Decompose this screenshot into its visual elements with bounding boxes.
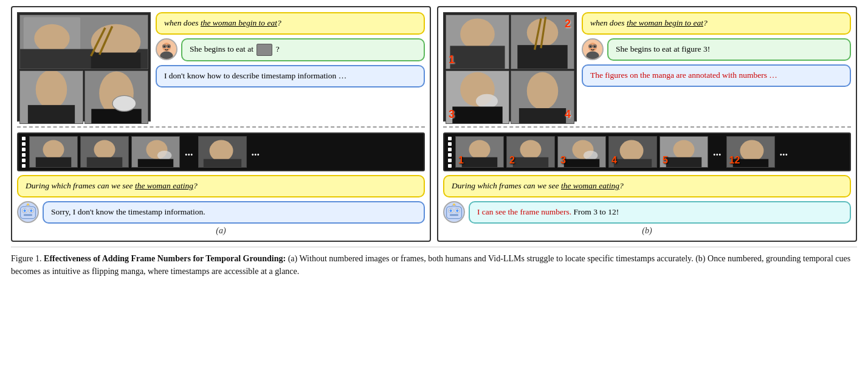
film-dot xyxy=(22,142,26,146)
frames-question-b: During which frames can we see the woman… xyxy=(443,175,851,197)
svg-point-68 xyxy=(469,140,490,159)
film-dot xyxy=(448,148,452,151)
robot-avatar-a xyxy=(17,201,39,223)
svg-point-24 xyxy=(43,140,64,159)
frame-thumb-a2 xyxy=(80,136,129,168)
frame-num-b5: 5 xyxy=(663,155,668,166)
frame-thumb-a4 xyxy=(198,136,247,168)
manga-strip-a xyxy=(17,12,151,122)
svg-point-9 xyxy=(36,71,67,109)
answer-bubble-a-green: She begins to eat at ? xyxy=(181,38,425,61)
human-avatar-a xyxy=(156,38,177,60)
manga-cell-a2 xyxy=(19,70,83,124)
question-bubble-a: when does the woman begin to eat? xyxy=(156,12,425,35)
frame-thumb-b12: 12 xyxy=(726,136,775,168)
avatar-row-b-green: She begins to eat at figure 3! xyxy=(582,38,851,61)
svg-rect-79 xyxy=(614,159,652,167)
svg-point-34 xyxy=(209,140,233,162)
label-a: (a) xyxy=(17,226,425,236)
svg-rect-76 xyxy=(564,159,600,167)
film-dot xyxy=(22,153,26,157)
caption-bold: Effectiveness of Adding Frame Numbers fo… xyxy=(44,254,286,263)
film-dot xyxy=(22,164,26,168)
svg-rect-10 xyxy=(28,105,75,123)
human-avatar-b xyxy=(582,38,604,60)
svg-rect-25 xyxy=(36,157,72,167)
panel-a-top: when does the woman begin to eat? xyxy=(17,12,425,122)
robot-avatar-b xyxy=(443,201,465,223)
svg-rect-69 xyxy=(462,157,498,167)
frame-thumb-b1: 1 xyxy=(455,136,504,168)
frame-thumb-b3: 3 xyxy=(557,136,606,168)
svg-rect-55 xyxy=(452,106,502,123)
svg-rect-36 xyxy=(21,207,36,219)
svg-point-45 xyxy=(460,18,495,50)
frame-thumb-a3 xyxy=(131,136,180,168)
svg-rect-91 xyxy=(450,214,458,216)
svg-point-43 xyxy=(27,204,29,206)
svg-point-78 xyxy=(620,140,644,162)
dots-2-b: ... xyxy=(777,146,791,159)
frame-num-b3: 3 xyxy=(560,155,566,166)
svg-rect-32 xyxy=(138,159,174,167)
svg-rect-35 xyxy=(203,159,241,167)
answer-bubble-b-red: The figures on the manga are annotated w… xyxy=(582,64,851,87)
frame-thumb-b2: 2 xyxy=(506,136,555,168)
manga-cell-a1 xyxy=(19,15,148,69)
film-dot xyxy=(448,159,452,162)
label-b: (b) xyxy=(443,226,851,236)
caption-label: Figure 1. xyxy=(11,254,42,263)
svg-point-54 xyxy=(476,94,498,108)
film-dot xyxy=(22,137,26,140)
panel-a-bottom: ... ... During which frames can we see t… xyxy=(17,126,425,224)
frame-num-b4: 4 xyxy=(611,155,617,166)
svg-point-57 xyxy=(527,72,559,110)
svg-rect-5 xyxy=(91,53,141,69)
panel-b-bottom: 1 2 xyxy=(443,126,851,224)
manga-cell-b4: 4 xyxy=(511,70,574,124)
figure-caption: Figure 1. Effectiveness of Adding Frame … xyxy=(11,247,857,278)
frame-num-b12: 12 xyxy=(729,155,740,166)
manga-cell-a3 xyxy=(84,70,148,124)
svg-rect-46 xyxy=(450,46,505,69)
main-figure: when does the woman begin to eat? xyxy=(11,6,857,242)
dots-1-a: ... xyxy=(182,146,196,159)
svg-point-39 xyxy=(23,209,26,211)
chat-area-b: when does the woman begin to eat? xyxy=(582,12,851,122)
avatar-row-a-green: She begins to eat at ? xyxy=(156,38,425,61)
svg-point-31 xyxy=(157,151,171,160)
frames-strip-b: 1 2 xyxy=(443,132,851,171)
red-text-b: The figures on the manga are annotated w… xyxy=(590,70,777,80)
svg-point-89 xyxy=(449,209,452,211)
film-dot xyxy=(448,164,452,168)
film-dot xyxy=(22,148,26,151)
svg-point-93 xyxy=(453,204,455,206)
svg-rect-49 xyxy=(517,45,567,69)
svg-rect-82 xyxy=(666,157,702,167)
panel-b: 1 2 xyxy=(437,6,857,242)
manga-cell-b2: 2 xyxy=(511,15,574,69)
frame-thumb-b5: 5 xyxy=(660,136,708,168)
svg-rect-58 xyxy=(519,108,566,123)
film-strip-b xyxy=(448,137,452,168)
svg-point-71 xyxy=(520,140,541,159)
film-strip-a xyxy=(22,137,26,168)
answer-bubble-a-blue: I don't know how to describe timestamp i… xyxy=(156,65,425,87)
panel-a: when does the woman begin to eat? xyxy=(11,6,431,242)
frames-answer-a: Sorry, I don't know the timestamp inform… xyxy=(43,201,425,224)
frames-answer-b: I can see the frame numbers. From 3 to 1… xyxy=(469,201,851,224)
svg-rect-72 xyxy=(513,157,549,167)
inline-frame-a xyxy=(257,44,272,56)
frame-thumb-a1 xyxy=(29,136,78,168)
svg-point-84 xyxy=(740,140,763,162)
frame-num-b1: 1 xyxy=(458,155,464,166)
manga-cell-b3: 3 xyxy=(446,70,509,124)
frames-question-a: During which frames can we see the woman… xyxy=(17,175,425,197)
chat-area-a: when does the woman begin to eat? xyxy=(156,12,425,122)
svg-rect-86 xyxy=(447,207,462,219)
svg-point-40 xyxy=(30,209,32,211)
frames-strip-a: ... ... xyxy=(17,132,425,171)
svg-point-14 xyxy=(112,95,136,111)
avatar-row-b-robot: I can see the frame numbers. From 3 to 1… xyxy=(443,201,851,224)
film-dot xyxy=(22,159,26,162)
